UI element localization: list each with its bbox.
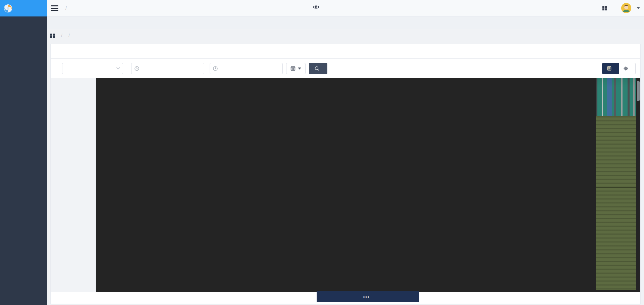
instance-select[interactable]: [62, 63, 123, 74]
search-icon: [315, 66, 319, 71]
calendar-caret-icon: [298, 68, 301, 70]
top-header: /: [47, 0, 644, 16]
user-caret-icon: [637, 7, 640, 9]
log-type-nav: [51, 78, 96, 292]
breadcrumb-grid-icon: [50, 34, 55, 38]
query-button[interactable]: [309, 63, 327, 74]
main-card: •••: [50, 44, 641, 304]
ellipsis-icon: •••: [363, 294, 370, 299]
brand-logo[interactable]: [0, 0, 47, 16]
terminal-scrollbar[interactable]: [637, 78, 640, 292]
terminal-scrollbar-thumb[interactable]: [637, 81, 640, 101]
brand-swirl-icon: [3, 4, 13, 13]
minimap-upper-section: [596, 78, 636, 116]
eye-icon: [313, 5, 319, 9]
log-view-button[interactable]: [602, 63, 619, 74]
chevron-down-icon: [116, 67, 120, 70]
header-breadcrumb: /: [63, 5, 69, 11]
breadcrumb-separator: /: [65, 5, 67, 11]
page-breadcrumb-row: //: [47, 29, 644, 44]
current-system-indicator: [313, 5, 322, 9]
calendar-icon: [290, 66, 296, 71]
load-more-button[interactable]: •••: [317, 291, 419, 302]
hamburger-menu-icon[interactable]: [51, 5, 58, 11]
open-tabs-row: [47, 16, 644, 29]
system-grid-icon: [602, 6, 607, 10]
clock-icon: [135, 66, 139, 71]
date-from-input[interactable]: [131, 63, 204, 74]
user-menu[interactable]: [621, 3, 640, 13]
system-menu[interactable]: [602, 6, 609, 10]
log-list-icon: [607, 66, 611, 71]
detail-tabbar: [51, 44, 640, 59]
log-terminal[interactable]: [96, 78, 640, 292]
avatar: [621, 3, 631, 13]
date-to-input[interactable]: [210, 63, 283, 74]
filter-row: [51, 59, 640, 78]
calendar-preset-button[interactable]: [286, 63, 306, 74]
app-sidebar: [0, 0, 47, 305]
settings-gear-icon: [624, 66, 628, 71]
minimap-lower-section: [596, 116, 636, 290]
settings-button[interactable]: [619, 63, 636, 74]
minimap[interactable]: [596, 78, 636, 290]
clock-icon: [213, 66, 218, 71]
